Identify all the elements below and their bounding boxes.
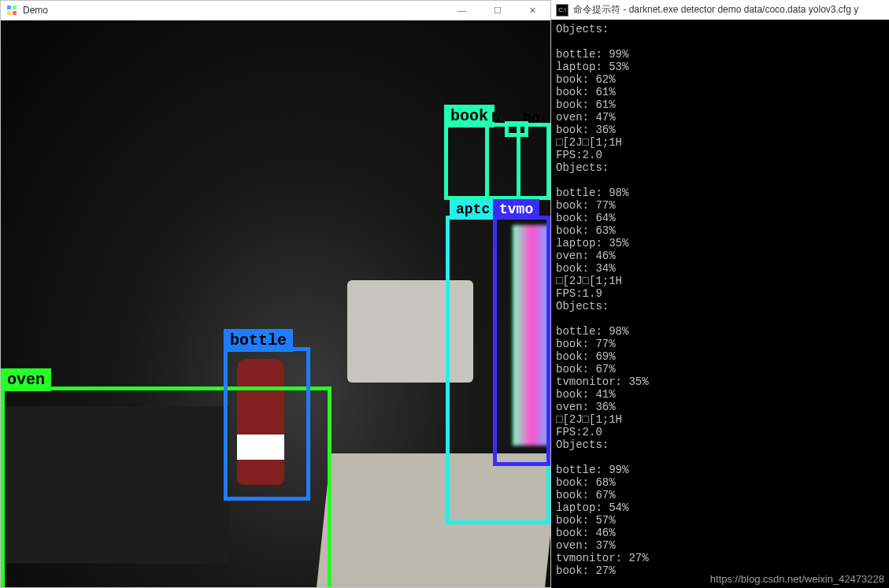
bbox-bottle: bottle (224, 347, 310, 501)
bbox-label-laptop: aptc (450, 199, 496, 220)
app-icon (6, 4, 18, 17)
cmd-titlebar[interactable]: C:\ 命令提示符 - darknet.exe detector demo da… (551, 0, 889, 20)
demo-window-title: Demo (23, 5, 48, 16)
bbox-label-book: b (485, 108, 506, 128)
svg-rect-3 (13, 11, 17, 15)
cmd-icon: C:\ (556, 4, 569, 17)
demo-video-canvas: book b bo aptc tvmo oven bottle (1, 20, 550, 587)
cmd-output[interactable]: Objects: bottle: 99% laptop: 53% book: 6… (551, 20, 889, 580)
maximize-button[interactable]: ☐ (480, 1, 515, 20)
bbox-book (505, 121, 528, 137)
svg-rect-0 (7, 6, 11, 9)
minimize-button[interactable]: — (444, 1, 480, 20)
svg-rect-1 (13, 6, 17, 9)
demo-window: Demo — ☐ ✕ book b bo aptc tvmo oven (0, 0, 551, 588)
cmd-window-title: 命令提示符 - darknet.exe detector demo data/c… (573, 3, 858, 17)
bbox-label-bottle: bottle (224, 329, 293, 352)
bbox-label-tvmonitor: tvmo (493, 199, 539, 220)
svg-rect-2 (7, 11, 11, 15)
cmd-window: C:\ 命令提示符 - darknet.exe detector demo da… (551, 0, 889, 588)
close-button[interactable]: ✕ (515, 1, 550, 20)
bbox-tvmonitor: tvmo (493, 216, 550, 466)
demo-titlebar[interactable]: Demo — ☐ ✕ (1, 1, 550, 20)
bbox-label-oven: oven (1, 368, 51, 391)
watermark-text: https://blog.csdn.net/weixin_42473228 (710, 573, 884, 585)
